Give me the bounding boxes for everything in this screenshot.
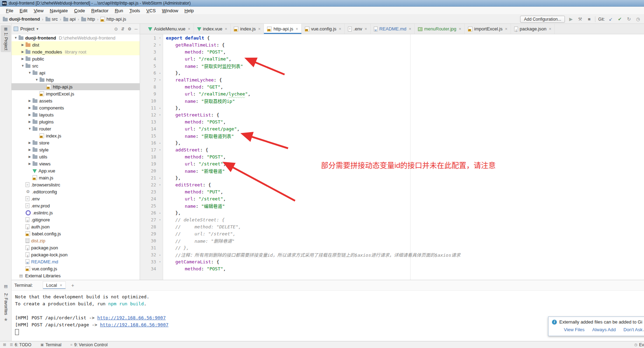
tab-package.json[interactable]: package.json× [511, 24, 555, 34]
chevron-right-icon[interactable]: ▶ [27, 106, 33, 109]
status-item-9-version-control[interactable]: ⌗9: Version Control [70, 342, 107, 347]
collapse-all-icon[interactable]: ⇵ [121, 27, 125, 31]
tab-importExcel.js[interactable]: importExcel.js× [465, 24, 511, 34]
chevron-right-icon[interactable]: ▶ [27, 148, 33, 151]
tree-item-.env.prod[interactable]: .env.prod [12, 202, 140, 209]
fold-close-icon[interactable]: ▴ [158, 141, 162, 144]
menu-item-help[interactable]: Help [181, 7, 197, 14]
chevron-right-icon[interactable]: ▶ [27, 162, 33, 165]
tree-item-node_modules[interactable]: ▶node_moduleslibrary root [12, 48, 140, 55]
terminal-link[interactable]: http://192.168.66.56:9007 [97, 315, 166, 320]
tree-item-main.js[interactable]: main.js [12, 174, 140, 181]
chevron-down-icon[interactable]: ▼ [13, 36, 19, 40]
tree-item-utils[interactable]: ▶utils [12, 153, 140, 160]
breadcrumb-item-api[interactable]: api [63, 16, 76, 22]
tab-README.md[interactable]: README.md× [371, 24, 415, 34]
breadcrumb-item-duoji-frontend[interactable]: duoji-frontend [3, 16, 40, 22]
tree-item-.editorconfig[interactable]: .editorconfig [12, 188, 140, 195]
breadcrumb-item-http-api.js[interactable]: http-api.js [100, 16, 126, 22]
menu-item-code[interactable]: Code [71, 7, 88, 14]
notification-action-view-files[interactable]: View Files [564, 327, 584, 332]
tree-item-.gitignore[interactable]: .gitignore [12, 216, 140, 223]
chevron-right-icon[interactable]: ▶ [27, 155, 33, 158]
fold-open-icon[interactable]: ▾ [158, 43, 162, 47]
chevron-right-icon[interactable]: ▶ [20, 50, 26, 54]
menu-item-run[interactable]: Run [112, 7, 126, 14]
tree-item-http[interactable]: ▼http [12, 76, 140, 83]
menu-item-view[interactable]: View [30, 7, 47, 14]
tab-index.js[interactable]: index.js× [231, 24, 264, 34]
tree-item-duoji-frontend[interactable]: ▼duoji-frontendD:\zheheWeb\duoji-fronten… [12, 34, 140, 41]
vcs-commit-icon[interactable]: ✔ [617, 16, 623, 22]
fold-open-icon[interactable]: ▾ [158, 78, 162, 81]
event-log-item[interactable]: ◷ Ev [634, 342, 644, 347]
chevron-right-icon[interactable]: ▶ [27, 120, 33, 123]
favorites-tool-button[interactable]: 2: Favorites ★ [1, 293, 11, 322]
structure-tool-button[interactable]: ▤ [1, 284, 11, 288]
locate-icon[interactable]: ⊙ [114, 27, 118, 31]
chevron-down-icon[interactable]: ▼ [27, 71, 33, 74]
tree-item-babel.config.js[interactable]: babel.config.js [12, 230, 140, 237]
tab-close-icon[interactable]: × [296, 27, 298, 31]
tree-item-package-lock.json[interactable]: package-lock.json [12, 251, 140, 258]
tab-AsideMenu.vue[interactable]: AsideMenu.vue× [145, 24, 194, 34]
close-icon[interactable]: × [60, 283, 62, 288]
fold-close-icon[interactable]: ▴ [158, 71, 162, 74]
hide-panel-icon[interactable]: ─ [134, 27, 138, 31]
chevron-down-icon[interactable]: ▼ [34, 78, 40, 81]
tree-item-store[interactable]: ▶store [12, 139, 140, 146]
run-icon[interactable]: ▶ [568, 16, 574, 22]
menu-item-edit[interactable]: Edit [16, 7, 30, 14]
tree-item-router[interactable]: ▼router [12, 125, 140, 132]
tree-item-index.js[interactable]: index.js [12, 132, 140, 139]
menu-item-tools[interactable]: Tools [126, 7, 143, 14]
menu-item-file[interactable]: File [3, 7, 16, 14]
tree-item-.eslintrc.js[interactable]: .eslintrc.js [12, 209, 140, 216]
fold-open-icon[interactable]: ▾ [158, 148, 162, 151]
tab-close-icon[interactable]: × [505, 27, 507, 31]
fold-open-icon[interactable]: ▾ [158, 183, 162, 186]
menu-item-refactor[interactable]: Refactor [88, 7, 112, 14]
project-tool-button[interactable]: ▦ 1: Project [1, 25, 11, 52]
tab-close-icon[interactable]: × [459, 27, 461, 31]
fold-open-icon[interactable]: ▾ [158, 36, 162, 40]
chevron-down-icon[interactable]: ▼ [27, 127, 33, 130]
notification-action-always-add[interactable]: Always Add [592, 327, 616, 332]
tree-item-plugins[interactable]: ▶plugins [12, 118, 140, 125]
menu-item-navigate[interactable]: Navigate [47, 7, 71, 14]
settings-icon[interactable]: ⚙ [128, 27, 132, 31]
tree-item-http-api.js[interactable]: http-api.js [12, 83, 140, 90]
tree-item-auth.json[interactable]: auth.json [12, 223, 140, 230]
fold-close-icon[interactable]: ▴ [158, 106, 162, 109]
fold-open-icon[interactable]: ▾ [158, 218, 162, 221]
new-terminal-icon[interactable]: + [71, 283, 74, 288]
project-panel-title[interactable]: Project [20, 26, 34, 31]
chevron-right-icon[interactable]: ▶ [27, 99, 33, 102]
fold-close-icon[interactable]: ▴ [158, 253, 162, 256]
status-item-6-todo[interactable]: ☰6: TODO [10, 342, 31, 347]
vcs-update-icon[interactable]: ↙ [608, 16, 614, 22]
tab-close-icon[interactable]: × [258, 27, 260, 31]
tab-index.vue[interactable]: index.vue× [194, 24, 231, 34]
fold-open-icon[interactable]: ▾ [158, 113, 162, 116]
status-item-terminal[interactable]: ▣Terminal [41, 342, 62, 347]
history-icon[interactable]: ◷ [635, 16, 641, 22]
chevron-down-icon[interactable]: ▼ [20, 64, 26, 68]
build-icon[interactable]: ⚒ [577, 16, 583, 22]
add-configuration-button[interactable]: Add Configuration... [520, 16, 565, 23]
tree-item-components[interactable]: ▶components [12, 104, 140, 111]
chevron-right-icon[interactable]: ▶ [27, 141, 33, 144]
tab-menuRouter.jpg[interactable]: menuRouter.jpg× [415, 24, 465, 34]
fold-close-icon[interactable]: ▴ [158, 211, 162, 214]
toolwindow-switcher-icon[interactable]: ⊞ [2, 342, 7, 347]
tab-close-icon[interactable]: × [409, 27, 411, 31]
tree-item-public[interactable]: ▶public [12, 55, 140, 62]
tab-.env[interactable]: .env× [345, 24, 371, 34]
chevron-down-icon[interactable]: ▼ [36, 27, 39, 31]
fold-close-icon[interactable]: ▴ [158, 176, 162, 179]
breadcrumb-item-http[interactable]: http [81, 16, 95, 22]
tree-item-.env[interactable]: .env [12, 195, 140, 202]
chevron-right-icon[interactable]: ▶ [27, 113, 33, 116]
tree-item-api[interactable]: ▼api [12, 69, 140, 76]
tree-item-External Libraries[interactable]: External Libraries [12, 272, 140, 279]
